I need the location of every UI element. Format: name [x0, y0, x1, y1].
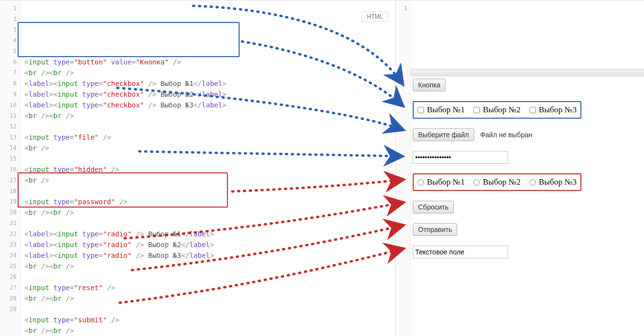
radio-label: Выбор №1	[427, 177, 465, 187]
radio-input[interactable]	[418, 179, 424, 186]
radio-option[interactable]: Выбор №3	[530, 177, 577, 187]
checkbox-highlight-box	[18, 22, 240, 57]
preview-side: 1 Кнопка Выбор №1 Выбор №2 Выбор №3 Выбе…	[396, 0, 644, 336]
password-input[interactable]	[413, 151, 508, 164]
radio-input[interactable]	[473, 179, 480, 186]
radio-option[interactable]: Выбор №2	[473, 177, 520, 187]
radio-label: Выбор №3	[539, 177, 577, 187]
window-chrome-bar	[411, 69, 644, 75]
checkbox-option[interactable]: Выбор №3	[530, 105, 577, 115]
radio-group: Выбор №1 Выбор №2 Выбор №3	[413, 173, 581, 191]
checkbox-option[interactable]: Выбор №2	[473, 105, 520, 115]
line-number-gutter: 1234567891011121314151617181920212223242…	[0, 0, 21, 336]
submit-button[interactable]: Отправить	[413, 223, 457, 236]
file-status-text: Файл не выбран	[480, 131, 533, 139]
checkbox-input[interactable]	[473, 107, 480, 113]
radio-label: Выбор №2	[483, 177, 520, 187]
preview-button[interactable]: Кнопка	[413, 79, 445, 91]
radio-input[interactable]	[530, 179, 536, 186]
file-choose-button[interactable]: Выберите файл	[413, 128, 474, 141]
code-content[interactable]: <input type="button" value="Кнопка" /><b…	[21, 0, 395, 336]
checkbox-label: Выбор №2	[483, 105, 520, 115]
checkbox-option[interactable]: Выбор №1	[418, 105, 465, 115]
checkbox-group: Выбор №1 Выбор №2 Выбор №3	[413, 101, 581, 119]
radio-option[interactable]: Выбор №1	[418, 177, 465, 187]
checkbox-input[interactable]	[530, 107, 536, 113]
right-line-gutter: 1	[396, 0, 411, 336]
reset-button[interactable]: Сбросить	[413, 201, 454, 213]
text-input[interactable]	[413, 246, 508, 258]
checkbox-label: Выбор №1	[427, 105, 465, 115]
checkbox-label: Выбор №3	[539, 105, 577, 115]
checkbox-input[interactable]	[418, 107, 424, 113]
code-editor-pane: HTML 12345678910111213141516171819202122…	[0, 0, 396, 336]
rendered-preview: Кнопка Выбор №1 Выбор №2 Выбор №3 Выбери…	[411, 79, 644, 268]
